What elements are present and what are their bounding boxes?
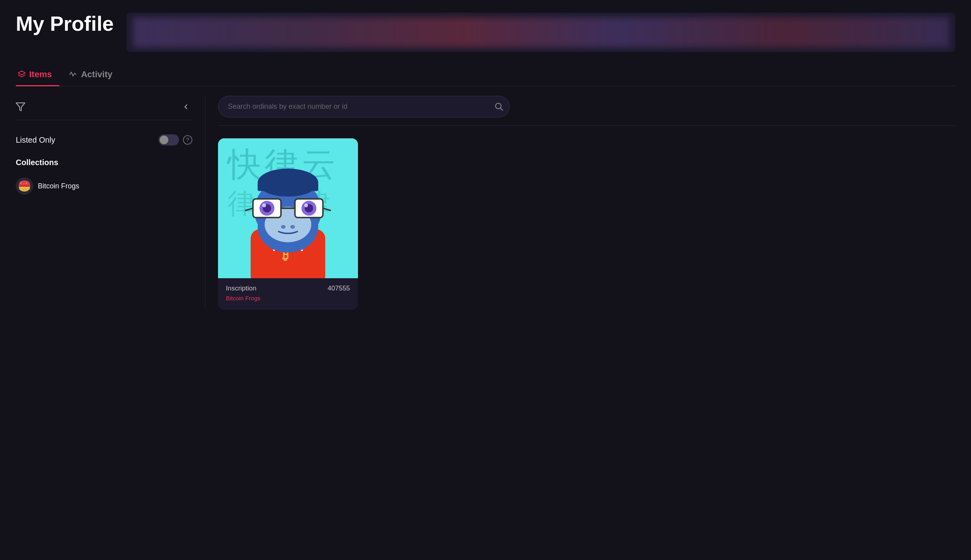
- nft-info: Inscription 407555 Bitcoin Frogs: [218, 278, 358, 310]
- toggle-group: ?: [158, 134, 192, 145]
- nft-card[interactable]: 快 律 云 律 云 律 ₿: [218, 138, 358, 310]
- svg-point-10: [26, 183, 27, 184]
- nft-info-row: Inscription 407555: [226, 285, 350, 292]
- page-title: My Profile: [16, 13, 114, 35]
- listed-only-label: Listed Only: [16, 136, 55, 145]
- svg-point-39: [281, 225, 286, 229]
- search-bar-container: [218, 96, 955, 126]
- nft-label: Inscription: [226, 285, 256, 292]
- collection-avatar: [16, 177, 33, 195]
- collection-name: Bitcoin Frogs: [38, 182, 79, 190]
- header-banner: [127, 13, 956, 52]
- collections-title: Collections: [16, 158, 192, 167]
- collection-item-bitcoin-frogs[interactable]: Bitcoin Frogs: [16, 173, 192, 199]
- svg-point-35: [262, 204, 266, 207]
- collapse-button[interactable]: [180, 102, 192, 113]
- svg-text:快: 快: [226, 146, 261, 183]
- filter-icon: [16, 102, 25, 113]
- nft-image: 快 律 云 律 云 律 ₿: [218, 138, 358, 278]
- tabs-container: Items Activity: [16, 65, 955, 86]
- svg-point-40: [290, 225, 295, 229]
- tab-activity[interactable]: Activity: [67, 65, 120, 86]
- nft-grid: 快 律 云 律 云 律 ₿: [218, 138, 955, 310]
- content-area: 快 律 云 律 云 律 ₿: [218, 96, 955, 310]
- filter-header: [16, 96, 192, 120]
- search-input[interactable]: [218, 96, 510, 117]
- search-input-wrapper: [218, 96, 510, 117]
- nft-collection: Bitcoin Frogs: [226, 295, 350, 302]
- search-button[interactable]: [495, 102, 503, 111]
- collections-section: Collections: [16, 158, 192, 199]
- svg-rect-8: [19, 185, 30, 187]
- sidebar-divider: [205, 96, 205, 310]
- tab-activity-label: Activity: [81, 69, 112, 80]
- nft-collection-name: Bitcoin Frogs: [226, 295, 261, 301]
- listed-only-toggle[interactable]: [158, 134, 179, 145]
- activity-icon: [69, 70, 78, 79]
- svg-point-38: [304, 204, 308, 207]
- svg-point-9: [21, 183, 21, 184]
- layers-icon: [17, 70, 26, 79]
- nft-number: 407555: [328, 285, 350, 292]
- tab-items[interactable]: Items: [16, 65, 60, 86]
- svg-text:律: 律: [227, 188, 255, 219]
- listed-only-row: Listed Only ?: [16, 128, 192, 152]
- svg-rect-27: [258, 182, 319, 191]
- tab-items-label: Items: [29, 69, 52, 80]
- sidebar: Listed Only ? Collections: [16, 96, 205, 199]
- help-icon[interactable]: ?: [183, 135, 192, 145]
